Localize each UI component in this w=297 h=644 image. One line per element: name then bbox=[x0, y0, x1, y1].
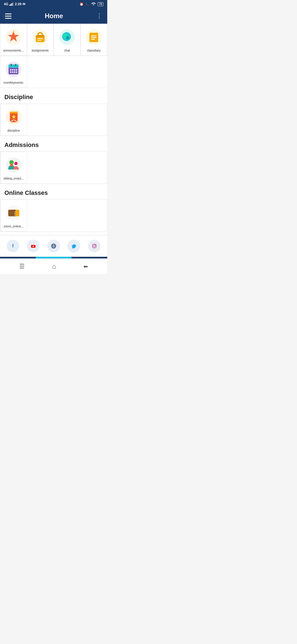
svg-rect-24 bbox=[15, 64, 16, 66]
svg-point-30 bbox=[12, 72, 13, 73]
bottom-back-button[interactable]: ⬅ bbox=[83, 263, 88, 270]
bottom-home-button[interactable]: ⌂ bbox=[52, 263, 56, 270]
classdiary-icon bbox=[85, 28, 103, 46]
sibling-enquiry-icon: ! bbox=[5, 156, 23, 174]
main-content: announceme... assignments bbox=[0, 24, 107, 257]
grid-item-zoom-online[interactable]: zoom_online... bbox=[0, 200, 27, 231]
svg-point-50 bbox=[14, 213, 15, 214]
svg-point-14 bbox=[66, 36, 69, 39]
signal-bars bbox=[9, 2, 14, 6]
svg-point-28 bbox=[16, 69, 17, 71]
svg-point-29 bbox=[10, 72, 11, 73]
svg-point-26 bbox=[12, 69, 13, 71]
discipline-icon bbox=[5, 108, 23, 126]
network-indicator: 4G bbox=[4, 2, 8, 6]
online-classes-grid: zoom_online... bbox=[0, 199, 107, 232]
grid-row-1: announceme... assignments bbox=[0, 24, 107, 56]
svg-point-25 bbox=[10, 69, 11, 71]
grid-item-monthlyevents[interactable]: monthlyevents bbox=[0, 56, 27, 88]
svg-point-49 bbox=[14, 211, 15, 212]
svg-rect-2 bbox=[12, 3, 12, 6]
social-bar: f bbox=[0, 235, 107, 257]
announcements-icon bbox=[5, 28, 22, 46]
svg-rect-47 bbox=[15, 210, 19, 216]
svg-text:!: ! bbox=[11, 165, 12, 166]
svg-rect-17 bbox=[91, 36, 97, 36]
monthlyevents-icon bbox=[5, 61, 22, 78]
status-right: ⏰ 📞 73 bbox=[79, 2, 103, 6]
grid-item-chat[interactable]: chat bbox=[54, 24, 81, 56]
admissions-grid: ! sibling_enqui... bbox=[0, 151, 107, 184]
monthlyevents-label: monthlyevents bbox=[4, 81, 23, 84]
call-icon: 📞 bbox=[85, 2, 89, 6]
more-options-button[interactable]: ⋮ bbox=[96, 12, 102, 20]
facebook-button[interactable]: f bbox=[7, 240, 19, 252]
svg-point-41 bbox=[14, 162, 18, 165]
status-left: 4G 2:29 ✉ bbox=[4, 2, 25, 6]
zoom-online-label: zoom_online... bbox=[4, 225, 24, 228]
svg-rect-35 bbox=[10, 112, 18, 113]
page-title: Home bbox=[45, 12, 63, 20]
svg-point-31 bbox=[14, 72, 15, 73]
indicator-segment-1 bbox=[0, 257, 36, 258]
battery-icon: 73 bbox=[98, 2, 103, 6]
twitter-button[interactable] bbox=[68, 240, 80, 252]
assignments-label: assignments bbox=[32, 49, 49, 52]
youtube-button[interactable] bbox=[27, 240, 40, 252]
hamburger-button[interactable] bbox=[5, 13, 12, 19]
website-button[interactable] bbox=[47, 240, 60, 252]
classdiary-label: classdiary bbox=[87, 49, 101, 52]
grid-row-2: monthlyevents bbox=[0, 56, 107, 88]
svg-point-32 bbox=[16, 72, 17, 73]
svg-rect-1 bbox=[10, 4, 11, 6]
svg-rect-19 bbox=[91, 39, 95, 40]
grid-item-sibling-enquiry[interactable]: ! sibling_enqui... bbox=[0, 152, 27, 184]
discipline-section-title: Discipline bbox=[0, 88, 107, 103]
discipline-grid: discipline bbox=[0, 103, 107, 136]
svg-rect-3 bbox=[13, 2, 13, 6]
bottom-menu-button[interactable]: ☰ bbox=[19, 263, 25, 270]
svg-point-27 bbox=[14, 69, 15, 71]
svg-rect-46 bbox=[8, 210, 15, 216]
admissions-section-title: Admissions bbox=[0, 136, 107, 151]
sibling-enquiry-label: sibling_enqui... bbox=[4, 177, 24, 180]
svg-rect-9 bbox=[37, 38, 43, 39]
svg-rect-22 bbox=[9, 64, 18, 68]
grid-item-discipline[interactable]: discipline bbox=[0, 104, 27, 136]
discipline-label: discipline bbox=[7, 129, 20, 132]
app-header: Home ⋮ bbox=[0, 8, 107, 24]
svg-point-39 bbox=[6, 157, 21, 173]
grid-item-assignments[interactable]: assignments bbox=[27, 24, 54, 56]
alarm-icon: ⏰ bbox=[79, 2, 84, 6]
instagram-button[interactable] bbox=[88, 240, 101, 252]
assignments-icon bbox=[31, 28, 49, 46]
indicator-segment-3 bbox=[72, 257, 107, 258]
svg-rect-10 bbox=[37, 40, 41, 41]
bottom-nav: ☰ ⌂ ⬅ bbox=[0, 258, 107, 274]
time-display: 2:29 bbox=[15, 2, 21, 6]
progress-indicator-bar bbox=[0, 257, 107, 258]
wifi-icon bbox=[91, 2, 96, 6]
grid-item-classdiary[interactable]: classdiary bbox=[81, 24, 108, 56]
svg-rect-18 bbox=[91, 37, 97, 38]
svg-point-51 bbox=[14, 215, 15, 216]
grid-item-announcements[interactable]: announceme... bbox=[0, 24, 27, 56]
svg-point-67 bbox=[95, 244, 96, 245]
svg-text:f: f bbox=[12, 244, 14, 248]
message-icon: ✉ bbox=[23, 2, 25, 6]
online-classes-section-title: Online Classes bbox=[0, 184, 107, 199]
chat-label: chat bbox=[64, 49, 70, 52]
zoom-online-icon bbox=[5, 204, 23, 222]
indicator-segment-2 bbox=[36, 257, 72, 258]
svg-rect-23 bbox=[11, 64, 12, 66]
svg-rect-0 bbox=[9, 5, 10, 6]
status-bar: 4G 2:29 ✉ ⏰ 📞 73 bbox=[0, 0, 107, 8]
svg-point-64 bbox=[91, 243, 98, 249]
announcements-label: announceme... bbox=[3, 49, 23, 52]
chat-icon bbox=[58, 28, 76, 46]
